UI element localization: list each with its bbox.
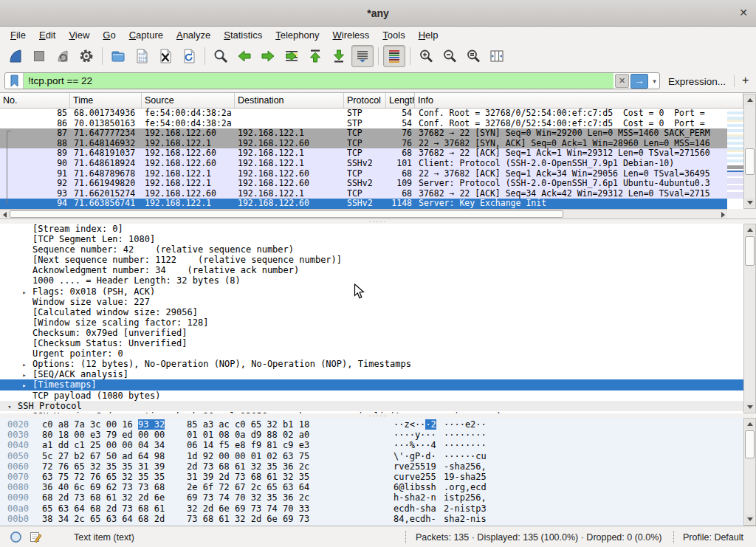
detail-tree-row[interactable]: ▸[Timestamps] [0,379,743,390]
scrollbar-thumb[interactable] [10,210,563,218]
close-file-button[interactable] [154,45,176,67]
column-header-time[interactable]: Time [70,93,142,108]
column-header-info[interactable]: Info [415,93,743,108]
detail-tree-row[interactable]: TCP payload (1080 bytes) [0,391,743,401]
zoom-out-button[interactable] [439,45,461,67]
close-icon[interactable]: ✕ [739,7,748,18]
go-last-packet-button[interactable] [328,45,350,67]
scrollbar-thumb[interactable] [745,236,755,266]
menu-help[interactable]: Help [412,27,445,43]
hex-row-0060[interactable]: 006072 76 65 32 35 35 31 392d 73 68 61 3… [0,461,743,472]
detail-tree-row[interactable]: ▾SSH Protocol [0,401,743,411]
tree-expanded-icon[interactable]: ▾ [6,402,13,412]
menu-statistics[interactable]: Statistics [217,27,269,43]
detail-tree-row[interactable]: Acknowledgment number: 34 (relative ack … [0,265,743,275]
start-capture-button[interactable] [4,45,27,67]
tree-collapsed-icon[interactable]: ▸ [21,370,28,380]
scroll-right-icon[interactable] [718,210,727,219]
detail-tree-row[interactable]: [TCP Segment Len: 1080] [0,234,743,244]
menu-wireless[interactable]: Wireless [326,27,377,43]
expert-info-button[interactable] [10,531,22,546]
filter-history-dropdown[interactable]: ▾ [650,78,659,85]
detail-tree-row[interactable]: [Window size scaling factor: 128] [0,317,743,328]
hex-row-0070[interactable]: 007063 75 72 76 65 32 35 3531 39 2d 73 6… [0,472,743,482]
scroll-down-icon[interactable] [745,198,755,207]
tree-collapsed-icon[interactable]: ▸ [21,380,28,391]
resize-columns-button[interactable] [486,45,508,67]
hex-row-0080[interactable]: 008036 40 6c 69 62 73 73 682e 6f 72 67 2… [0,482,743,492]
detail-tree-row[interactable]: Urgent pointer: 0 [0,348,743,359]
packet-list-hscrollbar[interactable] [0,209,727,219]
menu-analyze[interactable]: Analyze [170,27,217,43]
restart-capture-button[interactable] [52,45,74,67]
detail-tree-row[interactable]: ▸[SEQ/ACK analysis] [0,369,743,379]
open-file-button[interactable] [107,45,129,67]
zoom-reset-button[interactable] [462,45,484,67]
packet-row-86[interactable]: 8670.013850163fe:54:00:d4:38:2aSTP54Conf… [0,119,727,129]
colorize-packets-button[interactable] [383,45,405,67]
packet-list-vscrollbar[interactable] [743,94,756,209]
scroll-up-icon[interactable] [745,419,755,429]
filter-value[interactable]: !tcp.port == 22 [24,73,614,89]
auto-scroll-button[interactable] [351,45,374,67]
packet-row-85[interactable]: 8568.001734936fe:54:00:d4:38:2aSTP54Conf… [0,109,727,119]
hex-row-0090[interactable]: 009068 2d 73 68 61 32 2d 6e69 73 74 70 3… [0,492,743,503]
detail-tree-row[interactable]: [Stream index: 0] [0,224,743,234]
scroll-up-icon[interactable] [745,95,755,105]
go-forward-button[interactable] [257,45,279,67]
detail-tree-row[interactable]: Sequence number: 42 (relative sequence n… [0,244,743,255]
stop-capture-button[interactable] [28,45,50,67]
filter-clear-button[interactable]: ✕ [615,74,629,88]
go-back-button[interactable] [233,45,255,67]
detail-tree-row[interactable]: ▸Options: (12 bytes), No-Operation (NOP)… [0,359,743,369]
go-to-packet-button[interactable] [281,45,303,67]
packet-row-90[interactable]: 9071.648618924192.168.122.60192.168.122.… [0,159,727,169]
scrollbar-thumb[interactable] [745,430,755,458]
packet-row-92[interactable]: 9271.661949820192.168.122.1192.168.122.6… [0,179,727,189]
packet-row-94[interactable]: 9471.663856741192.168.122.1192.168.122.6… [0,199,727,209]
add-filter-button[interactable]: + [742,74,749,87]
detail-tree-row[interactable]: [Checksum Status: Unverified] [0,338,743,348]
detail-tree-row[interactable]: Checksum: 0x79ed [unverified] [0,328,743,338]
column-header-source[interactable]: Source [142,93,235,108]
menu-view[interactable]: View [62,27,96,43]
detail-tree-row[interactable]: [Calculated window size: 29056] [0,307,743,317]
menu-edit[interactable]: Edit [32,27,62,43]
find-packet-button[interactable] [210,45,232,67]
menu-telephony[interactable]: Telephony [269,27,326,43]
detail-tree-row[interactable]: Window size value: 227 [0,297,743,307]
detail-tree-row[interactable]: [Next sequence number: 1122 (relative se… [0,255,743,265]
filter-apply-button[interactable]: → [630,74,648,89]
reload-file-button[interactable] [178,45,200,67]
tree-collapsed-icon[interactable]: ▸ [21,287,28,297]
column-header-length[interactable]: Length [386,93,415,108]
packet-row-89[interactable]: 8971.648191037192.168.122.60192.168.122.… [0,148,727,159]
pane-splitter[interactable]: ····· [0,219,756,224]
capture-options-button[interactable] [75,45,97,67]
hex-row-00a0[interactable]: 00a065 63 64 68 2d 73 68 6132 2d 6e 69 7… [0,503,743,514]
menu-tools[interactable]: Tools [376,27,411,43]
menu-go[interactable]: Go [96,27,122,43]
column-header-destination[interactable]: Destination [235,93,344,108]
display-filter-input[interactable]: !tcp.port == 22 ✕ → ▾ [4,72,660,89]
save-file-button[interactable]: 010101100113 [131,45,153,67]
column-header-no[interactable]: No. [0,93,70,108]
packet-row-91[interactable]: 9171.648789678192.168.122.1192.168.122.6… [0,169,727,179]
capture-comment-button[interactable] [30,531,42,546]
scroll-down-icon[interactable] [745,402,755,412]
tree-collapsed-icon[interactable]: ▸ [21,359,28,370]
detail-tree-row[interactable]: 1000 .... = Header Length: 32 bytes (8) [0,275,743,286]
hex-row-00b0[interactable]: 00b038 34 2c 65 63 64 68 2d73 68 61 32 2… [0,514,743,524]
zoom-in-button[interactable] [415,45,437,67]
go-first-packet-button[interactable] [304,45,326,67]
hex-row-0040[interactable]: 0040a1 dd c1 25 00 00 04 3406 14 f5 e8 f… [0,440,743,450]
scroll-up-icon[interactable] [745,225,755,235]
hex-row-0050[interactable]: 00505c 27 b2 67 50 ad 64 981d 92 00 00 0… [0,451,743,461]
packet-row-87[interactable]: 8771.647777234192.168.122.60192.168.122.… [0,128,727,139]
expression-button[interactable]: Expression... [668,76,726,87]
scrollbar-thumb[interactable] [745,148,755,175]
scroll-down-icon[interactable] [745,515,755,524]
filter-bookmark-button[interactable] [5,73,24,89]
packet-row-88[interactable]: 8871.648146932192.168.122.1192.168.122.6… [0,139,727,149]
hex-row-0020[interactable]: 0020c0 a8 7a 3c 00 16 93 3285 a3 ac c0 6… [0,419,743,430]
